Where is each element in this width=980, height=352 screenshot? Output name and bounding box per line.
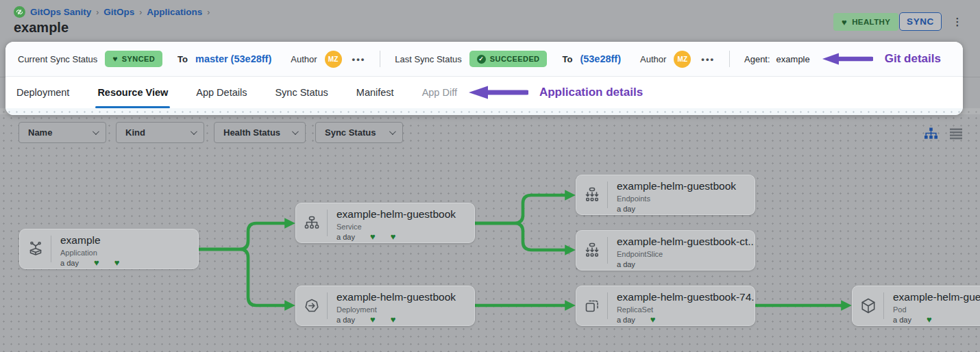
node-kind: ReplicaSet [617,305,749,314]
last-author-label: Author [640,54,666,64]
more-options-icon[interactable]: ••• [352,54,366,64]
node-name: example-helm-guestbook [336,208,456,221]
sync-button[interactable]: SYNC [899,12,942,31]
node-deployment-example-helm-guestbook[interactable]: example-helm-guestbook Deployment a day♥… [295,286,475,326]
current-author-label: Author [291,54,317,64]
node-age: a day [60,259,79,267]
kind-filter-label: Kind [125,127,145,138]
heart-icon: ♥ [370,314,376,325]
purple-arrow-left-icon [465,84,528,101]
tab-app-details[interactable]: App Details [196,77,247,108]
heart-icon: ♥ [391,231,396,242]
chevron-down-icon [389,128,396,135]
heart-icon: ♥ [650,314,656,325]
node-age: a day [336,316,355,324]
node-kind: Pod [893,305,980,314]
node-age: a day [893,316,911,324]
heart-icon: ♥ [370,231,376,242]
last-to-label: To [562,54,572,64]
node-kind: Endpoints [617,194,736,203]
tab-app-diff[interactable]: App Diff [422,77,457,108]
succeeded-badge: ✓ SUCCEEDED [469,51,548,67]
health-hearts: ♥♥ [79,259,119,267]
current-to-label: To [177,54,188,64]
git-details-annotation: Git details [820,51,941,66]
kind-filter-dropdown[interactable]: Kind [116,122,204,143]
name-filter-label: Name [28,127,52,138]
pod-icon [853,286,883,325]
health-badge-label: HEALTHY [852,18,890,26]
list-view-icon[interactable] [948,126,964,141]
author-avatar: MZ [325,51,342,68]
tab-bar: Deployment Resource View App Details Syn… [5,77,963,108]
health-hearts: ♥ [635,316,656,324]
panel-bottom-strip [5,108,963,115]
health-status-filter-dropdown[interactable]: Health Status [214,122,306,143]
node-name: example-helm-guestbook-ct... [617,236,749,248]
heart-icon: ♥ [927,314,932,325]
chevron-down-icon [292,128,299,135]
tree-view-icon[interactable] [923,126,938,141]
node-endpointslice-example-helm-guestbook-ct[interactable]: example-helm-guestbook-ct... EndpointSli… [576,230,755,271]
breadcrumb-link-gitops[interactable]: GitOps [103,7,134,17]
current-sync-status-label: Current Sync Status [18,54,97,64]
node-name: example-helm-guestbook [336,291,456,303]
node-application-example[interactable]: example Application a day♥♥ [19,229,199,269]
synced-badge-label: SYNCED [122,55,155,63]
node-replicaset-example-helm-guestbook-74[interactable]: example-helm-guestbook-74... ReplicaSet … [576,286,755,326]
current-revision-link[interactable]: master (53e28ff) [195,53,271,64]
breadcrumb-link-gitops-sanity[interactable]: GitOps Sanity [30,7,91,17]
breadcrumb-separator: › [96,8,99,17]
section-divider [729,51,730,67]
author-avatar: MZ [674,51,691,68]
node-kind: Application [60,249,119,257]
purple-arrow-left-icon [820,51,873,66]
node-name: example-helm-guest [893,291,980,303]
health-hearts: ♥ [911,316,932,324]
replicaset-icon [576,286,607,325]
chevron-down-icon [93,128,99,135]
breadcrumb-separator: › [139,8,142,17]
node-service-example-helm-guestbook[interactable]: example-helm-guestbook Service a day♥♥ [295,203,475,243]
app-details-panel: Current Sync Status ♥ SYNCED To master (… [5,42,963,115]
gitops-app-screen: GitOps Sanity › GitOps › Applications › … [0,0,980,352]
health-status-filter-label: Health Status [223,127,280,138]
last-revision-link[interactable]: (53e28ff) [580,53,621,64]
endpointslice-icon [576,231,607,270]
heart-icon: ♥ [114,257,120,268]
git-details-annotation-text: Git details [885,52,941,66]
health-status-badge: ♥ HEALTHY [833,13,898,31]
tab-resource-view[interactable]: Resource View [97,77,168,108]
sync-status-filter-label: Sync Status [325,127,376,138]
node-kind: Deployment [336,305,456,314]
check-circle-icon: ✓ [477,55,486,64]
chevron-down-icon [191,128,197,135]
gitops-logo-icon [14,6,25,18]
view-toggle [923,126,964,141]
heart-icon: ♥ [94,257,99,268]
node-pod-example-helm-guest[interactable]: example-helm-guest Pod a day♥ [852,286,980,326]
kebab-menu-icon[interactable]: ⋮ [952,14,963,30]
application-icon [20,229,51,268]
agent-label: Agent: [744,54,770,64]
more-options-icon[interactable]: ••• [701,54,715,64]
node-age: a day [617,316,635,324]
application-details-annotation-text: Application details [539,86,643,99]
application-details-annotation: Application details [465,84,643,101]
name-filter-dropdown[interactable]: Name [19,122,106,143]
node-age: a day [617,260,635,268]
heart-icon: ♥ [842,17,847,27]
heart-icon: ♥ [391,314,396,325]
tab-manifest[interactable]: Manifest [356,77,394,108]
node-name: example-helm-guestbook [617,180,736,192]
tab-deployment[interactable]: Deployment [16,77,69,108]
breadcrumb-separator: › [207,8,210,17]
tab-sync-status[interactable]: Sync Status [275,77,328,108]
heart-icon: ♥ [112,54,118,64]
breadcrumb-link-applications[interactable]: Applications [147,7,202,17]
agent-value: example [776,54,810,64]
service-icon [296,203,327,242]
node-endpoints-example-helm-guestbook[interactable]: example-helm-guestbook Endpoints a day [576,175,755,215]
sync-status-filter-dropdown[interactable]: Sync Status [315,122,403,143]
section-divider [380,51,380,67]
